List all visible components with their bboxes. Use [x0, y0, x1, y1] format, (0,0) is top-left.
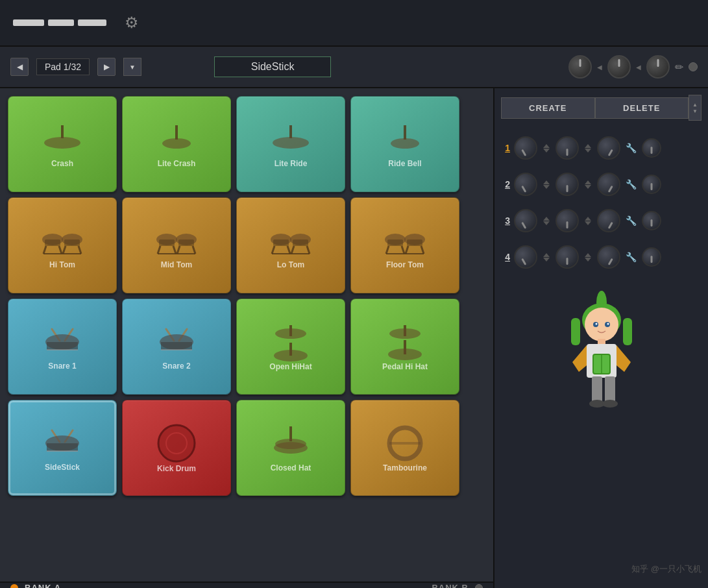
svg-rect-87 — [592, 376, 602, 404]
pedal-hihat-icon — [385, 322, 424, 362]
pad-lite-crash[interactable]: Lite Crash — [122, 96, 231, 192]
channel-up-down-button[interactable]: ▲ ▼ — [689, 95, 702, 121]
channel-3-knob-2[interactable] — [555, 209, 579, 232]
channel-4-number[interactable]: 4 — [500, 252, 510, 262]
channel-3-knob-3[interactable] — [597, 209, 620, 232]
nav-next-button[interactable]: ▶ — [97, 58, 116, 76]
svg-rect-27 — [273, 239, 289, 246]
channel-2-knob-4[interactable] — [642, 175, 661, 194]
up-arrow-icon: ▲ — [692, 102, 698, 108]
channel-2-number[interactable]: 2 — [500, 179, 510, 190]
arrow-down-icon — [585, 149, 591, 153]
svg-point-57 — [274, 350, 308, 361]
pad-lite-ride[interactable]: Lite Ride — [236, 96, 345, 192]
svg-line-40 — [402, 246, 404, 254]
svg-rect-38 — [407, 239, 422, 246]
channel-1-knob-3[interactable] — [597, 136, 620, 160]
delete-button[interactable]: DELETE — [595, 97, 689, 119]
sidestick-icon — [42, 424, 83, 463]
pad-ride-bell[interactable]: Ride Bell — [350, 96, 459, 192]
bank-b-dot — [475, 584, 483, 589]
lo-tom-icon — [268, 221, 313, 260]
channel-1-number[interactable]: 1 — [500, 143, 510, 153]
svg-rect-88 — [605, 376, 615, 404]
arrow-up-icon — [543, 217, 550, 221]
channel-3-knob-1[interactable] — [514, 209, 537, 232]
svg-point-90 — [602, 400, 618, 408]
bank-a-dot — [10, 584, 18, 589]
channel-2-knob-3[interactable] — [597, 173, 620, 196]
channel-4-knob-2[interactable] — [555, 245, 579, 269]
knob-2[interactable] — [607, 55, 631, 79]
svg-line-13 — [59, 246, 62, 254]
channel-4-knob-3[interactable] — [597, 245, 620, 269]
nav-prev-button[interactable]: ◀ — [10, 58, 29, 76]
channel-4-knob-1[interactable] — [514, 245, 537, 269]
character-svg — [559, 291, 644, 421]
svg-rect-47 — [47, 342, 78, 350]
bank-a-label[interactable]: BANK A — [25, 583, 61, 588]
svg-line-22 — [173, 246, 176, 254]
channel-3-number[interactable]: 3 — [500, 215, 510, 226]
svg-rect-9 — [45, 239, 60, 246]
channel-2-knob-2[interactable] — [555, 173, 579, 196]
svg-line-12 — [43, 246, 46, 254]
pad-open-hihat[interactable]: Open HiHat — [236, 299, 345, 395]
arrow-up-icon — [543, 253, 550, 257]
pad-floor-tom[interactable]: Floor Tom — [350, 197, 459, 293]
pad-snare-1[interactable]: Snare 1 — [8, 299, 117, 395]
channel-row-3: 3 🔧 — [500, 204, 703, 238]
pad-pedal-hihat[interactable]: Pedal Hi Hat — [350, 299, 459, 395]
svg-rect-18 — [159, 239, 175, 246]
logo-bar-3 — [78, 19, 106, 26]
channel-1-knob-2[interactable] — [555, 136, 579, 160]
create-button[interactable]: CREATE — [501, 97, 595, 119]
channel-4-arrows-2 — [583, 253, 593, 262]
arrow-down-icon — [543, 149, 550, 153]
knob-1-arrow: ◀ — [597, 64, 602, 71]
toolbar-knobs: ◀ ◀ ✏ — [568, 55, 698, 79]
svg-point-5 — [273, 137, 309, 149]
knob-1[interactable] — [568, 55, 592, 79]
gear-icon[interactable]: ⚙ — [125, 14, 139, 32]
knob-3[interactable] — [646, 55, 670, 79]
arrow-up-icon — [543, 180, 550, 184]
pad-mid-tom[interactable]: Mid Tom — [122, 197, 231, 293]
pad-sidestick[interactable]: SideStick — [8, 400, 117, 496]
svg-rect-20 — [178, 239, 194, 246]
pad-kick-drum[interactable]: Kick Drum — [122, 400, 231, 496]
channel-4-knob-4[interactable] — [642, 247, 661, 267]
closed-hat-icon — [271, 423, 310, 463]
svg-line-39 — [386, 246, 389, 254]
logo-text — [13, 19, 106, 26]
channel-2-knob-1[interactable] — [514, 173, 537, 196]
svg-line-21 — [158, 246, 160, 254]
channel-3-knob-4[interactable] — [642, 211, 661, 230]
channel-row-4: 4 🔧 — [500, 240, 703, 274]
pad-snare-2[interactable]: Snare 2 — [122, 299, 231, 395]
svg-point-3 — [162, 138, 191, 149]
pad-closed-hat[interactable]: Closed Hat — [236, 400, 345, 496]
pad-lo-tom[interactable]: Lo Tom — [236, 197, 345, 293]
pad-lo-tom-label: Lo Tom — [277, 260, 304, 269]
pad-kick-drum-label: Kick Drum — [157, 464, 196, 473]
svg-line-42 — [421, 246, 424, 254]
pin-icon: 🔧 — [626, 215, 637, 226]
svg-point-7 — [391, 138, 419, 149]
arrow-down-icon — [585, 185, 591, 189]
pad-crash[interactable]: Crash — [8, 96, 117, 192]
svg-rect-11 — [64, 239, 80, 246]
pad-dropdown-button[interactable]: ▼ — [123, 58, 141, 76]
bank-b-label[interactable]: BANK B — [432, 583, 469, 588]
channel-1-knob-1[interactable] — [514, 136, 537, 160]
knob-2-arrow: ◀ — [636, 64, 641, 71]
channel-1-knob-4[interactable] — [642, 138, 661, 158]
pin-icon: 🔧 — [626, 143, 637, 153]
pad-label: Pad 1/32 — [36, 58, 90, 75]
app-header: ⚙ — [0, 0, 708, 47]
svg-point-1 — [44, 137, 80, 149]
pad-hi-tom[interactable]: Hi Tom — [8, 197, 117, 293]
pad-tambourine[interactable]: Tambourine — [350, 400, 459, 496]
pencil-icon[interactable]: ✏ — [675, 61, 683, 73]
svg-rect-76 — [571, 318, 580, 345]
